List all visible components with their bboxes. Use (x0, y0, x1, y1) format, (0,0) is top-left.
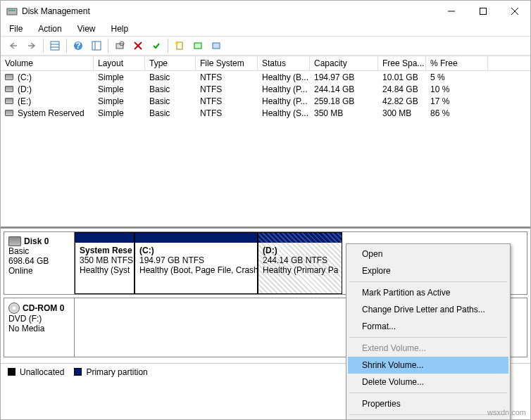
volume-icon (5, 86, 13, 92)
ctx-delete[interactable]: Delete Volume... (348, 374, 508, 390)
legend-primary-swatch (74, 368, 82, 376)
back-button[interactable] (5, 38, 22, 53)
menu-view[interactable]: View (75, 23, 99, 35)
view-list-button[interactable] (46, 38, 63, 53)
list-row[interactable]: System ReservedSimpleBasicNTFSHealthy (S… (1, 107, 530, 119)
ctx-extend: Extend Volume... (348, 340, 508, 357)
menu-file[interactable]: File (6, 23, 25, 35)
help-button[interactable]: ? (70, 38, 87, 53)
svg-rect-1 (8, 10, 15, 11)
ctx-properties[interactable]: Properties (348, 395, 508, 412)
context-menu: Open Explore Mark Partition as Active Ch… (346, 243, 511, 420)
col-free[interactable]: Free Spa... (378, 56, 426, 70)
partition[interactable]: (D:)244.14 GB NTFSHealthy (Primary Pa (258, 232, 342, 294)
disk-icon (8, 236, 21, 246)
legend-unallocated-label: Unallocated (20, 367, 64, 377)
col-capacity[interactable]: Capacity (310, 56, 378, 70)
title-bar: Disk Management (1, 1, 530, 22)
toolbar: ? (1, 36, 530, 56)
ctx-shrink[interactable]: Shrink Volume... (348, 357, 508, 374)
list-header: Volume Layout Type File System Status Ca… (1, 56, 530, 71)
svg-rect-0 (7, 8, 17, 15)
menu-bar: File Action View Help (1, 22, 530, 36)
svg-point-18 (175, 42, 178, 44)
app-icon (6, 6, 18, 17)
svg-rect-3 (480, 8, 486, 15)
col-status[interactable]: Status (258, 56, 310, 70)
disk-0-info[interactable]: Disk 0 Basic 698.64 GB Online (4, 232, 75, 294)
delete-button[interactable] (130, 38, 146, 53)
properties-button[interactable] (111, 38, 128, 53)
svg-text:?: ? (75, 41, 80, 51)
legend-primary-label: Primary partition (86, 367, 147, 377)
ctx-change-letter[interactable]: Change Drive Letter and Paths... (348, 301, 508, 318)
volume-icon (5, 98, 13, 104)
col-filesystem[interactable]: File System (196, 56, 258, 70)
cdrom-info[interactable]: CD-ROM 0 DVD (F:) No Media (4, 298, 75, 357)
partition[interactable]: System Rese350 MB NTFSHealthy (Syst (75, 232, 135, 294)
col-volume[interactable]: Volume (1, 56, 94, 70)
settings-button[interactable] (208, 38, 225, 53)
volume-icon (5, 110, 13, 116)
svg-rect-6 (51, 42, 59, 50)
window-title: Disk Management (22, 6, 435, 16)
col-type[interactable]: Type (145, 56, 196, 70)
menu-action[interactable]: Action (35, 23, 64, 35)
minimize-button[interactable] (435, 1, 467, 22)
watermark: wsxdn.com (487, 408, 526, 416)
new-button[interactable] (171, 38, 188, 53)
ctx-mark-active[interactable]: Mark Partition as Active (348, 284, 508, 301)
legend-unallocated-swatch (8, 368, 15, 376)
ctx-help[interactable]: Help (348, 417, 508, 420)
svg-rect-11 (92, 42, 101, 50)
list-row[interactable]: (D:)SimpleBasicNTFSHealthy (P...244.14 G… (1, 83, 530, 95)
col-percent[interactable]: % Free (426, 56, 488, 70)
action-green-button[interactable] (148, 38, 165, 53)
view-graphical-button[interactable] (88, 38, 105, 53)
forward-button[interactable] (23, 38, 40, 53)
col-layout[interactable]: Layout (94, 56, 145, 70)
ctx-open[interactable]: Open (348, 246, 508, 262)
menu-help[interactable]: Help (108, 23, 132, 35)
list-row[interactable]: (E:)SimpleBasicNTFSHealthy (P...259.18 G… (1, 95, 530, 107)
ctx-format[interactable]: Format... (348, 318, 508, 335)
volume-icon (5, 74, 13, 80)
volume-list[interactable]: Volume Layout Type File System Status Ca… (1, 56, 530, 228)
svg-rect-19 (194, 43, 201, 49)
refresh-button[interactable] (189, 38, 206, 53)
partition[interactable]: (C:)194.97 GB NTFSHealthy (Boot, Page Fi… (135, 232, 258, 294)
cd-icon (8, 303, 20, 314)
ctx-explore[interactable]: Explore (348, 262, 508, 279)
list-row[interactable]: (C:)SimpleBasicNTFSHealthy (B...194.97 G… (1, 71, 530, 83)
close-button[interactable] (499, 1, 530, 22)
svg-rect-20 (213, 43, 220, 49)
maximize-button[interactable] (467, 1, 499, 22)
